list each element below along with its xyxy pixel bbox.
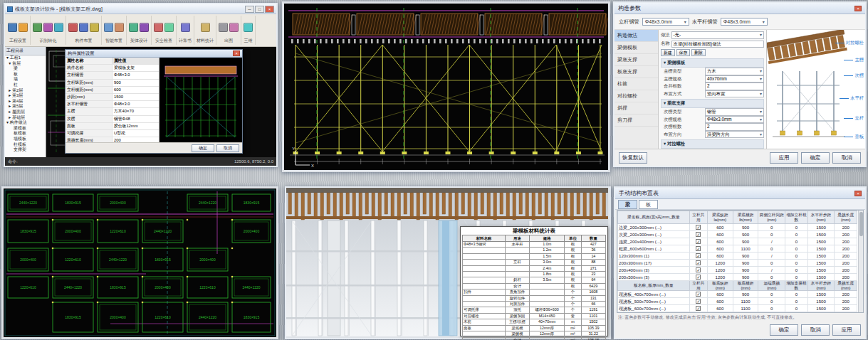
field-value-box[interactable]: 2 [705,83,764,90]
value-cell[interactable]: 200 [835,224,857,231]
checkbox-icon[interactable]: ✓ [696,292,701,297]
value-cell[interactable]: 1100 [733,298,758,305]
shared-pole-cell[interactable]: ✓ [689,298,707,305]
maximize-button[interactable]: □ [255,6,264,13]
ribbon-tool-icon[interactable] [90,23,99,32]
tree-item[interactable]: 梁模板 [5,126,46,132]
tree-item[interactable]: 墙 [5,77,46,83]
component-name-cell[interactable]: 200x500mm (3) [618,274,690,281]
table-row[interactable]: 次梁_200x300mm (...)✓600900001500200 [618,231,857,238]
tree-item[interactable]: ▸ 第5层 [5,104,46,110]
param-nav-item[interactable]: 梁侧模板 [615,42,658,54]
value-cell[interactable]: 200 [835,253,857,260]
component-name-cell[interactable]: 120x300mm (1) [618,253,690,260]
value-cell[interactable]: 900 [733,260,758,267]
value-cell[interactable]: 1100 [733,245,758,253]
value-cell[interactable]: 1500 [807,253,835,260]
value-cell[interactable]: 1500 [807,231,835,238]
value-cell[interactable]: 1500 [807,274,835,281]
component-name-cell[interactable]: 次梁_200x300mm (...) [618,231,690,238]
value-cell[interactable]: 600 [707,298,733,305]
table-row[interactable]: 现浇板_500x700mm (...)✓6001100001500200 [618,298,857,305]
value-cell[interactable]: / [758,267,785,274]
prop-value[interactable]: 200 [113,137,159,142]
value-cell[interactable]: 1100 [733,305,758,312]
apply-button[interactable]: 应用 [832,324,861,336]
ribbon-tool-icon[interactable] [219,23,228,32]
tree-item[interactable]: 板 [5,72,46,78]
scheme-select[interactable]: -无-▾ [671,31,764,39]
table-row[interactable]: 连梁_200x400mm (...)✓600900/01500200 [618,238,857,245]
value-cell[interactable]: 0 [758,260,785,267]
table-row[interactable]: 120x300mm (1)✓600900/01500200 [618,253,857,260]
value-cell[interactable]: 1200 [707,274,733,281]
ribbon-tool-icon[interactable] [104,23,113,32]
value-cell[interactable]: 0 [785,231,807,238]
tree-item[interactable]: 墙模板 [5,137,46,142]
component-name-cell[interactable]: 现浇板_400x700mm (...) [618,291,690,298]
checkbox-icon[interactable]: ✓ [696,232,701,237]
value-cell[interactable]: 200 [835,238,857,245]
layout-close-icon[interactable]: × [854,191,862,196]
prop-value[interactable]: 900 [113,80,159,86]
value-cell[interactable]: 1500 [807,298,835,305]
value-cell[interactable]: 0 [758,298,785,305]
form-section-title[interactable]: ▾ 梁侧模板 [661,58,764,68]
layout-tab-梁[interactable]: 梁 [618,200,637,209]
value-cell[interactable]: / [758,238,785,245]
param-nav-item[interactable]: 构造做法 [615,30,658,42]
ribbon-tool-icon[interactable] [19,23,28,32]
prop-value[interactable]: 600 [113,87,159,93]
value-cell[interactable]: 0 [758,224,785,231]
shared-pole-cell[interactable]: ✓ [689,224,707,231]
ribbon-tool-icon[interactable] [229,23,239,32]
value-cell[interactable]: 0 [758,231,785,238]
mini-button-删除[interactable]: 删除 [691,49,706,56]
elevation-drawing[interactable]: YX [284,4,608,170]
scheme-name-input[interactable]: 次梁(对拉螺栓加固)做法 [671,41,764,48]
cancel-button[interactable]: 取消 [216,144,239,152]
plan-drawing[interactable]: 2440×12201830×9152000×4002440×12201830×9… [4,188,276,337]
value-cell[interactable]: 900 [733,253,758,260]
value-cell[interactable]: 900 [733,274,758,281]
value-cell[interactable]: 1200 [707,260,733,267]
table-row[interactable]: 200x500mm (3)✓1200900001500200 [618,274,857,281]
ok-button[interactable]: 确定 [801,152,830,164]
ok-button[interactable]: 确定 [192,144,214,152]
value-cell[interactable]: 200 [835,231,857,238]
field-value-box[interactable]: 方木▾ [705,68,764,75]
value-cell[interactable]: 600 [707,253,733,260]
value-cell[interactable]: 0 [785,291,807,298]
shared-pole-cell[interactable]: ✓ [689,253,707,260]
value-cell[interactable]: 1500 [807,291,835,298]
apply-button[interactable]: 应用 [770,152,798,164]
component-name-cell[interactable]: 现浇板_500x700mm (...) [618,298,690,305]
prop-value[interactable]: 1500 [113,94,159,100]
component-name-cell[interactable]: 框梁_600x600mm (...) [618,245,690,253]
value-cell[interactable]: 900 [733,231,758,238]
field-value-box[interactable]: 40x70mm▾ [705,75,764,83]
ribbon-tool-icon[interactable] [181,23,190,32]
mini-button-新建[interactable]: 新建 [661,49,675,56]
table-row[interactable]: 框梁_600x600mm (...)✓6001100001500200 [618,245,857,253]
component-name-cell[interactable]: 200x300mm (17) [618,260,690,267]
tree-item[interactable]: ▸ 屋面层 [5,110,46,115]
prop-value[interactable]: 方木40×70 [113,108,159,115]
tree-item[interactable]: 柱 [5,83,46,88]
shared-pole-cell[interactable]: ✓ [689,291,707,298]
shared-pole-cell[interactable]: ✓ [689,260,707,267]
cad-drawing-canvas[interactable]: 构件属性设置 × 属性名称属性值构件名称梁模板支架立杆钢管Φ48×3.0立杆纵距… [46,47,276,157]
value-cell[interactable]: 1500 [807,238,835,245]
checkbox-icon[interactable]: ✓ [696,275,701,280]
value-cell[interactable]: 0 [785,238,807,245]
ribbon-tool-icon[interactable] [79,23,88,32]
ribbon-tool-icon[interactable] [8,23,17,32]
field-value-box[interactable]: 竖向布置▾ [705,90,764,98]
value-cell[interactable]: 200 [835,260,857,267]
ribbon-tool-icon[interactable] [33,23,42,32]
close-button[interactable]: × [265,6,274,13]
hbar-spec-select[interactable]: Φ48x3.0mm▾ [721,18,768,26]
value-cell[interactable]: 1500 [807,224,835,231]
value-cell[interactable]: 0 [785,305,807,312]
value-cell[interactable]: 0 [785,224,807,231]
